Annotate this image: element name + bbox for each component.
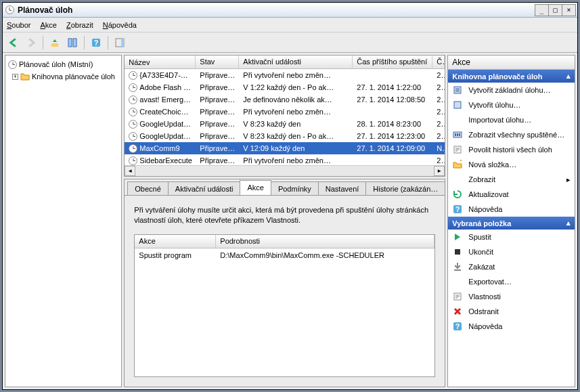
- tab-history[interactable]: Historie (zakázán…: [365, 181, 445, 195]
- section-selected[interactable]: Vybraná položka▴: [448, 217, 575, 230]
- tree-library[interactable]: + Knihovna plánovače úloh: [8, 70, 118, 83]
- task-icon: [129, 120, 137, 129]
- action-icon: [452, 174, 463, 185]
- action-icon: ?: [452, 321, 463, 332]
- action-icon: ?: [452, 204, 463, 215]
- action-item[interactable]: Vlastnosti: [448, 289, 575, 304]
- action-icon: [452, 85, 463, 95]
- col-triggers[interactable]: Aktivační události: [239, 56, 353, 68]
- forward-button[interactable]: [23, 35, 39, 51]
- task-row[interactable]: avast! Emerg…PřipravenoJe definováno něk…: [125, 93, 445, 106]
- action-icon: [452, 189, 463, 200]
- pane-toggle-button[interactable]: [64, 35, 81, 51]
- maximize-button[interactable]: □: [548, 4, 562, 16]
- action-icon: [452, 129, 463, 140]
- task-row[interactable]: GoogleUpdat…PřipravenoV 8:23 každý den -…: [125, 130, 445, 142]
- action-item[interactable]: Povolit historii všech úloh: [448, 142, 575, 157]
- task-icon: [129, 156, 137, 165]
- action-item[interactable]: Spustit: [448, 230, 575, 244]
- task-icon: [129, 71, 137, 80]
- expand-icon[interactable]: +: [12, 74, 18, 80]
- task-row[interactable]: Adobe Flash …PřipravenoV 1:22 každý den …: [125, 81, 445, 93]
- action-row[interactable]: Spustit program D:\MaxComm9\bin\MaxComm.…: [135, 248, 434, 262]
- actions-pane: Akce Knihovna plánovače úloh▴ Vytvořit z…: [447, 55, 575, 387]
- actions-hdr-detail[interactable]: Podrobnosti: [216, 235, 434, 248]
- action-item[interactable]: Aktualizovat: [448, 187, 575, 202]
- tab-settings[interactable]: Nastavení: [318, 181, 367, 195]
- actions-title: Akce: [448, 56, 575, 70]
- action-icon: [452, 306, 463, 317]
- tab-conditions[interactable]: Podmínky: [271, 181, 319, 195]
- action-item[interactable]: Vytvořit úlohu…: [448, 97, 575, 112]
- action-item[interactable]: ?Nápověda: [448, 319, 575, 334]
- action-icon: *: [452, 159, 463, 170]
- svg-rect-10: [457, 133, 458, 136]
- action-item[interactable]: Zobrazit▸: [448, 172, 575, 187]
- task-row[interactable]: CreateChoic…PřipravenoPři vytvoření nebo…: [125, 106, 445, 118]
- action-icon: [452, 291, 463, 302]
- tab-general[interactable]: Obecné: [127, 181, 169, 195]
- action-item[interactable]: ?Nápověda: [448, 202, 575, 217]
- menu-view[interactable]: Zobrazit: [66, 21, 93, 29]
- close-button[interactable]: ×: [562, 4, 576, 16]
- tab-actions[interactable]: Akce: [240, 180, 271, 195]
- task-row[interactable]: SidebarExecutePřipravenoPři vytvoření ne…: [125, 154, 445, 165]
- task-icon: [129, 108, 137, 116]
- h-scrollbar[interactable]: ◄ ►: [125, 165, 445, 176]
- list-body: {A733E4D7-…PřipravenoPři vytvoření nebo …: [125, 69, 445, 165]
- svg-rect-9: [455, 133, 456, 136]
- task-row[interactable]: {A733E4D7-…PřipravenoPři vytvoření nebo …: [125, 69, 445, 81]
- col-name[interactable]: Název: [125, 56, 196, 68]
- action-item[interactable]: Zobrazit všechny spuštěné…: [448, 127, 575, 142]
- menu-help[interactable]: Nápověda: [103, 21, 137, 29]
- action-icon: [452, 114, 463, 125]
- action-item[interactable]: Zakázat: [448, 259, 575, 274]
- action-icon: [452, 100, 463, 110]
- collapse-icon: ▴: [566, 219, 571, 227]
- task-icon: [129, 83, 137, 92]
- action-icon: [452, 276, 463, 287]
- tree-root[interactable]: Plánovač úloh (Místní): [8, 58, 118, 70]
- task-row[interactable]: GoogleUpdat…PřipravenoV 8:23 každý den28…: [125, 118, 445, 130]
- task-icon: [129, 144, 137, 153]
- collapse-icon: ▴: [566, 72, 571, 81]
- section-library[interactable]: Knihovna plánovače úloh▴: [448, 70, 575, 83]
- action-icon: [452, 232, 463, 242]
- task-row[interactable]: MaxComm9PřipravenoV 12:09 každý den27. 1…: [125, 142, 445, 154]
- menubar: Soubor Akce Zobrazit Nápověda: [3, 18, 577, 32]
- svg-rect-0: [68, 39, 72, 47]
- col-next[interactable]: Čas příštího spuštění: [353, 56, 432, 68]
- action-item[interactable]: Vytvořit základní úlohu…: [448, 83, 575, 97]
- scroll-right[interactable]: ►: [434, 166, 445, 176]
- action-item[interactable]: Importovat úlohu…: [448, 112, 575, 127]
- task-list-panel: Název Stav Aktivační události Čas příští…: [124, 55, 445, 177]
- tree-panel: Plánovač úloh (Místní) + Knihovna plánov…: [5, 55, 122, 387]
- menu-file[interactable]: Soubor: [7, 21, 30, 29]
- action-item[interactable]: *Nová složka…: [448, 157, 575, 172]
- action-pane-button[interactable]: [112, 35, 128, 51]
- back-button[interactable]: [5, 35, 22, 51]
- col-state[interactable]: Stav: [196, 56, 239, 68]
- list-header: Název Stav Aktivační události Čas příští…: [125, 56, 445, 69]
- task-icon: [129, 95, 137, 104]
- action-item[interactable]: Ukončit: [448, 244, 575, 259]
- col-last[interactable]: Č…: [432, 56, 445, 68]
- menu-action[interactable]: Akce: [40, 21, 56, 29]
- scroll-left[interactable]: ◄: [125, 166, 135, 176]
- svg-rect-1: [73, 39, 76, 47]
- action-item[interactable]: Exportovat…: [448, 274, 575, 289]
- tab-triggers[interactable]: Aktivační události: [168, 181, 241, 195]
- action-icon: [452, 144, 463, 155]
- help-button[interactable]: ?: [88, 35, 104, 51]
- folder-icon: [20, 72, 30, 81]
- window-title: Plánovač úloh: [18, 5, 535, 15]
- action-item[interactable]: Odstranit: [448, 304, 575, 319]
- tabstrip: Obecné Aktivační události Akce Podmínky …: [125, 179, 445, 196]
- up-button[interactable]: [47, 35, 63, 51]
- svg-rect-16: [455, 249, 460, 255]
- actions-hdr-action[interactable]: Akce: [135, 235, 216, 248]
- titlebar: Plánovač úloh _ □ ×: [3, 3, 577, 18]
- minimize-button[interactable]: _: [535, 4, 549, 16]
- task-icon: [129, 132, 137, 141]
- main-window: Plánovač úloh _ □ × Soubor Akce Zobrazit…: [2, 2, 578, 390]
